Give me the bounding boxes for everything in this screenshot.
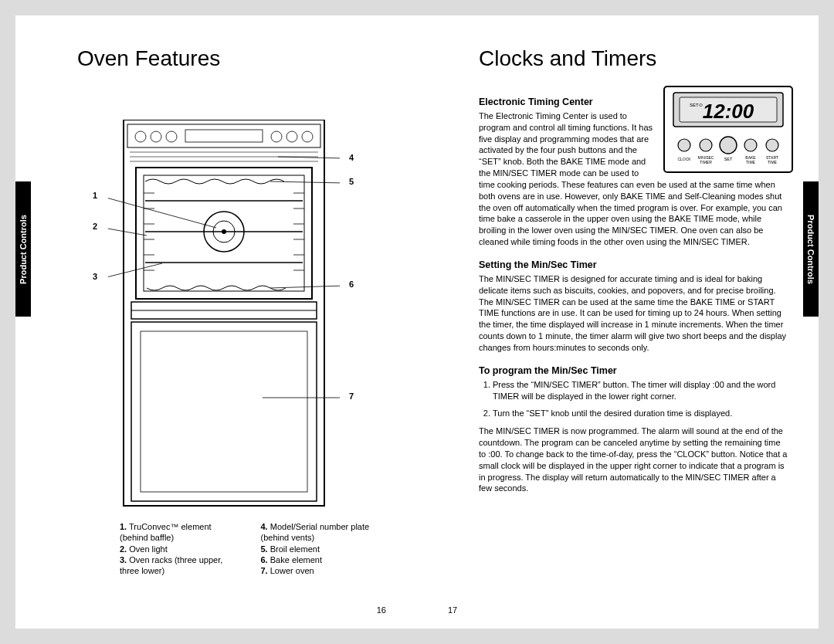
svg-line-39 [278,157,340,158]
svg-rect-35 [141,331,307,492]
legend-item: 2. Oven light [120,544,242,554]
heading-program: To program the Min/Sec Timer [479,364,788,378]
page-number-left: 16 [377,605,386,615]
svg-point-7 [286,131,297,142]
svg-line-37 [108,228,147,236]
svg-line-40 [270,181,340,183]
side-tab-right: Product Controls [803,181,819,317]
svg-point-48 [720,137,737,154]
etc-btn-label: TIME [746,160,756,164]
timing-center-graphic: SET⊙ 12:00 CLOCK MIN/SEC TIMER SET BAKE … [663,85,794,174]
etc-btn-label: CLOCK [677,157,691,161]
callout-7: 7 [349,391,354,401]
page-left: Product Controls Oven Features [15,15,417,629]
svg-point-31 [222,229,226,234]
oven-svg [108,120,340,521]
svg-point-46 [678,139,690,151]
svg-point-2 [135,131,146,142]
page-number-right: 17 [448,605,457,615]
callout-6: 6 [349,280,354,289]
etc-set-small: SET⊙ [690,103,703,107]
legend-col-1: 1. TruConvec™ element (behind baffle) 2.… [120,521,242,576]
step-1: Press the “MIN/SEC TIMER” button. The ti… [493,379,788,402]
legend-item: 4. Model/Serial number plate (behind ven… [261,521,383,544]
side-tab-label: Product Controls [806,215,815,284]
legend-item: 6. Bake element [261,554,383,565]
legend-col-2: 4. Model/Serial number plate (behind ven… [261,521,383,576]
callout-2: 2 [93,222,97,231]
para-after: The MIN/SEC TIMER is now programmed. The… [479,425,788,494]
svg-point-50 [766,139,778,151]
side-tab-left: Product Controls [15,181,31,317]
svg-point-8 [302,131,313,142]
legend: 1. TruConvec™ element (behind baffle) 2.… [120,521,382,576]
svg-rect-5 [185,130,263,142]
timing-center-svg: SET⊙ 12:00 CLOCK MIN/SEC TIMER SET BAKE … [663,85,794,174]
etc-btn-label: SET [724,157,733,161]
callout-1: 1 [93,191,97,200]
svg-rect-0 [124,120,324,506]
svg-point-4 [166,131,177,142]
etc-time-display: 12:00 [703,100,754,123]
svg-point-6 [271,131,282,142]
callout-4: 4 [349,153,354,162]
step-2: Turn the “SET” knob until the desired du… [493,408,788,419]
svg-rect-34 [131,322,317,501]
legend-item: 5. Broil element [261,544,383,554]
legend-item: 7. Lower oven [261,565,383,576]
callout-3: 3 [93,272,97,281]
svg-point-49 [744,139,757,151]
etc-btn-label: TIME [768,160,778,164]
oven-diagram: 1 2 3 4 5 6 7 [108,120,340,524]
callout-5: 5 [349,177,354,186]
page-title-right: Clocks and Timers [479,46,656,71]
heading-min-sec: Setting the Min/Sec Timer [479,259,788,272]
para-min-sec: The MIN/SEC TIMER is designed for accura… [479,273,788,354]
etc-btn-label: TIMER [700,160,712,164]
svg-rect-1 [127,124,320,147]
legend-item: 1. TruConvec™ element (behind baffle) [120,521,242,544]
program-steps: Press the “MIN/SEC TIMER” button. The ti… [493,379,788,420]
page-title-left: Oven Features [77,46,220,71]
svg-line-41 [270,286,340,288]
side-tab-label: Product Controls [19,215,28,284]
body-text-right: SET⊙ 12:00 CLOCK MIN/SEC TIMER SET BAKE … [479,85,788,500]
page-right: Product Controls Clocks and Timers SET⊙ … [417,15,819,629]
legend-item: 3. Oven racks (three upper, three lower) [120,554,242,577]
svg-point-3 [151,131,161,142]
svg-point-47 [700,139,712,151]
